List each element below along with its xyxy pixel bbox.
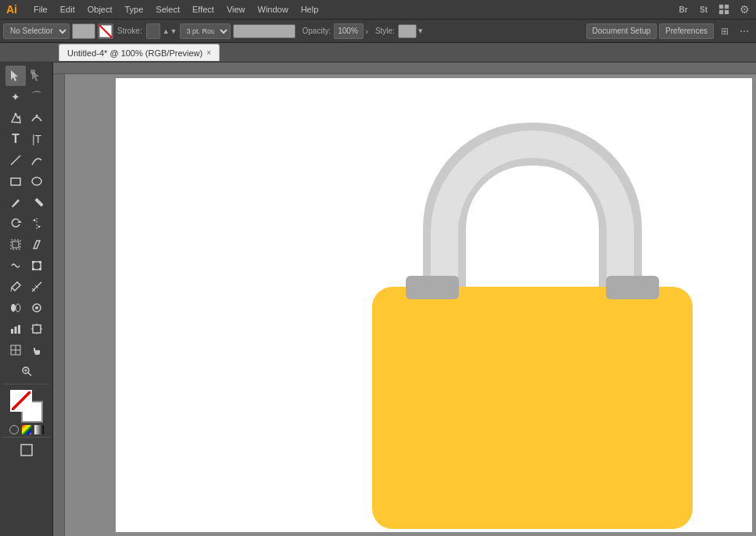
- svg-rect-12: [11, 178, 20, 185]
- svg-rect-14: [34, 198, 43, 206]
- menu-effect[interactable]: Effect: [187, 3, 220, 16]
- measure-tool[interactable]: [27, 277, 47, 297]
- stroke-up-arrow[interactable]: ▲: [163, 27, 170, 35]
- zoom-tool[interactable]: [16, 361, 37, 381]
- menu-view[interactable]: View: [221, 3, 251, 16]
- rotate-tool[interactable]: [5, 213, 26, 234]
- svg-rect-24: [39, 261, 41, 263]
- color-controls: [9, 390, 44, 434]
- menu-edit[interactable]: Edit: [55, 3, 81, 16]
- pen-tool[interactable]: [5, 108, 26, 128]
- preferences-button[interactable]: Preferences: [659, 23, 714, 39]
- free-transform-tool[interactable]: [27, 255, 47, 276]
- lock-collar-left: [406, 276, 459, 299]
- canvas-content: [65, 74, 756, 536]
- lasso-tool[interactable]: ⌒: [27, 87, 47, 107]
- menu-file[interactable]: File: [28, 3, 53, 16]
- warp-tool[interactable]: [5, 255, 26, 276]
- options-toolbar: No Selection Stroke: ▲ ▼ 3 pt. Round Opa…: [0, 20, 756, 43]
- magic-wand-tool[interactable]: ✦: [5, 87, 26, 107]
- stroke-swatch[interactable]: [98, 23, 113, 39]
- artboard-tool[interactable]: [27, 319, 47, 339]
- stroke-preview: [233, 24, 296, 38]
- tab-close-button[interactable]: ×: [206, 48, 211, 57]
- style-arrow[interactable]: ▾: [418, 26, 423, 36]
- tab-title: Untitled-4* @ 100% (RGB/Preview): [67, 48, 202, 58]
- bridge-icon[interactable]: Br: [675, 1, 692, 18]
- column-graph-tool[interactable]: [5, 319, 26, 339]
- stroke-value[interactable]: [146, 23, 160, 39]
- svg-marker-15: [17, 220, 22, 223]
- eyedropper-tool[interactable]: [5, 277, 26, 297]
- search-menu-icon[interactable]: ⚙: [736, 1, 753, 18]
- paintbrush-tool[interactable]: [5, 192, 26, 213]
- selection-tool[interactable]: [5, 66, 26, 86]
- svg-rect-23: [32, 261, 34, 263]
- stroke-type-dropdown[interactable]: 3 pt. Round: [180, 23, 231, 39]
- svg-rect-1: [725, 5, 729, 9]
- app-logo: Ai: [3, 3, 20, 16]
- arrange-icon[interactable]: ⊞: [716, 23, 733, 40]
- scale-tool[interactable]: [5, 234, 26, 255]
- pencil-tool[interactable]: [27, 192, 47, 213]
- main-layout: ✦ ⌒ T |T: [0, 63, 756, 536]
- hand-tool[interactable]: [27, 340, 47, 360]
- direct-selection-tool[interactable]: [27, 66, 47, 86]
- svg-point-32: [16, 304, 20, 312]
- svg-point-13: [32, 177, 41, 185]
- svg-rect-19: [13, 241, 19, 248]
- vertical-type-tool[interactable]: |T: [27, 129, 47, 149]
- ellipse-tool[interactable]: [27, 171, 47, 191]
- blend-tool[interactable]: [5, 298, 26, 318]
- shear-tool[interactable]: [27, 234, 47, 255]
- stock-icon[interactable]: St: [695, 1, 712, 18]
- menu-select[interactable]: Select: [150, 3, 185, 16]
- workspace-icon[interactable]: [715, 1, 733, 18]
- opacity-arrow[interactable]: ›: [365, 27, 368, 36]
- type-tool[interactable]: T: [5, 129, 26, 149]
- svg-rect-0: [719, 5, 723, 9]
- symbol-sprayer-tool[interactable]: [27, 298, 47, 318]
- svg-marker-18: [38, 226, 41, 228]
- lock-collar-right: [606, 276, 659, 299]
- style-label: Style:: [374, 27, 396, 35]
- fill-stroke-squares[interactable]: [10, 390, 43, 423]
- color-mode[interactable]: [22, 425, 31, 434]
- svg-point-10: [36, 115, 38, 117]
- document-setup-button[interactable]: Document Setup: [586, 23, 657, 39]
- rectangle-tool[interactable]: [5, 171, 26, 191]
- svg-point-31: [11, 304, 16, 312]
- horizontal-ruler: [53, 63, 756, 74]
- svg-marker-6: [11, 70, 18, 81]
- reflect-tool[interactable]: [27, 213, 47, 234]
- fill-color-box[interactable]: [10, 390, 32, 412]
- curvature-tool[interactable]: [27, 108, 47, 128]
- menu-help[interactable]: Help: [296, 3, 324, 16]
- gradient-mode[interactable]: [34, 425, 44, 434]
- stroke-down-arrow[interactable]: ▼: [170, 27, 177, 35]
- svg-rect-25: [32, 268, 34, 270]
- svg-rect-50: [21, 445, 32, 456]
- arc-tool[interactable]: [27, 150, 47, 170]
- fill-swatch[interactable]: [72, 23, 95, 39]
- menu-type[interactable]: Type: [120, 3, 149, 16]
- tools-panel: ✦ ⌒ T |T: [0, 63, 53, 536]
- menu-object[interactable]: Object: [82, 3, 118, 16]
- more-icon[interactable]: ⋯: [736, 23, 753, 40]
- svg-marker-21: [34, 241, 40, 248]
- none-color[interactable]: [9, 425, 19, 434]
- line-tool[interactable]: [5, 150, 26, 170]
- svg-rect-38: [33, 325, 41, 333]
- document-tab[interactable]: Untitled-4* @ 100% (RGB/Preview) ×: [59, 44, 220, 61]
- opacity-value[interactable]: [334, 23, 364, 39]
- svg-marker-7: [32, 70, 39, 81]
- lock-body: [372, 287, 693, 529]
- change-screen-mode[interactable]: [16, 440, 37, 460]
- menu-window[interactable]: Window: [253, 3, 294, 16]
- slice-tool[interactable]: [5, 340, 26, 360]
- svg-marker-17: [33, 219, 36, 221]
- svg-line-47: [28, 373, 31, 376]
- selection-dropdown[interactable]: No Selection: [3, 23, 70, 39]
- canvas-area: [53, 63, 756, 536]
- menu-bar: Ai File Edit Object Type Select Effect V…: [0, 0, 756, 20]
